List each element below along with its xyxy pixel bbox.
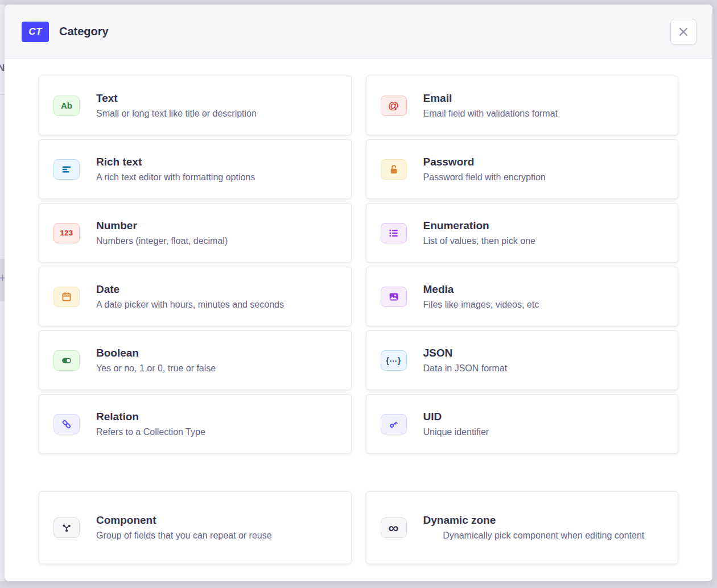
field-card-title: Password (423, 154, 665, 170)
close-button[interactable] (670, 19, 697, 45)
field-card-title: UID (423, 409, 665, 425)
modal-title: Category (59, 25, 109, 38)
field-card-rich-text[interactable]: Rich textA rich text editor with formatt… (39, 139, 352, 199)
field-card-text: ComponentGroup of fields that you can re… (96, 512, 337, 543)
field-card-title: Date (96, 281, 337, 297)
field-card-description: List of values, then pick one (423, 234, 665, 249)
background-page-edge: N + (0, 5, 5, 581)
field-card-text[interactable]: AbTextSmall or long text like title or d… (39, 76, 352, 135)
collection-type-badge: CT (22, 22, 49, 42)
password-icon (381, 159, 407, 180)
advanced-fields-grid: ComponentGroup of fields that you can re… (39, 491, 678, 564)
field-card-description: Dynamically pick component when editing … (443, 528, 644, 543)
field-card-text: BooleanYes or no, 1 or 0, true or false (96, 345, 337, 376)
field-card-text: EmailEmail field with validations format (423, 90, 665, 121)
field-card-uid[interactable]: UIDUnique identifier (366, 394, 679, 454)
modal-header: CT Category (5, 5, 712, 59)
field-card-title: Component (96, 512, 337, 528)
field-card-title: Email (423, 90, 665, 106)
rich-text-icon (53, 159, 80, 180)
field-card-date[interactable]: DateA date picker with hours, minutes an… (39, 267, 352, 326)
field-card-description: Numbers (integer, float, decimal) (96, 234, 337, 249)
email-icon: @ (381, 96, 407, 116)
field-card-title: Boolean (96, 345, 337, 361)
field-card-text: TextSmall or long text like title or des… (96, 90, 337, 121)
field-card-json[interactable]: {⋯}JSONData in JSON format (366, 330, 679, 390)
field-card-title: Dynamic zone (423, 512, 665, 528)
relation-icon (53, 414, 80, 434)
component-icon (53, 517, 80, 538)
field-card-description: Email field with validations format (423, 106, 665, 121)
field-card-text: RelationRefers to a Collection Type (96, 409, 337, 440)
field-card-text: JSONData in JSON format (423, 345, 665, 376)
field-card-text: EnumerationList of values, then pick one (423, 218, 665, 249)
field-card-description: A date picker with hours, minutes and se… (96, 297, 337, 312)
select-field-modal: CT Category AbTextSmall or long text lik… (5, 5, 712, 581)
field-card-description: Data in JSON format (423, 361, 665, 376)
enumeration-icon (381, 223, 407, 243)
text-icon: Ab (53, 96, 80, 116)
field-card-description: A rich text editor with formatting optio… (96, 170, 337, 185)
field-card-media[interactable]: MediaFiles like images, videos, etc (366, 267, 679, 326)
modal-body: AbTextSmall or long text like title or d… (5, 59, 712, 580)
field-card-component[interactable]: ComponentGroup of fields that you can re… (39, 491, 352, 564)
field-card-number[interactable]: 123NumberNumbers (integer, float, decima… (39, 203, 352, 263)
default-fields-grid: AbTextSmall or long text like title or d… (39, 76, 678, 454)
field-card-text: NumberNumbers (integer, float, decimal) (96, 218, 337, 249)
json-icon: {⋯} (381, 350, 407, 371)
background-divider (0, 94, 5, 95)
close-icon (677, 26, 690, 38)
field-card-text: Rich textA rich text editor with formatt… (96, 154, 337, 185)
field-card-description: Refers to a Collection Type (96, 425, 337, 440)
field-card-text: PasswordPassword field with encryption (423, 154, 665, 185)
number-icon: 123 (53, 223, 80, 243)
field-card-title: Enumeration (423, 218, 665, 234)
field-card-title: Number (96, 218, 337, 234)
field-card-title: Rich text (96, 154, 337, 170)
field-card-title: Media (423, 281, 665, 297)
background-letter-fragment: N (0, 63, 5, 74)
field-card-password[interactable]: PasswordPassword field with encryption (366, 139, 679, 199)
field-card-title: JSON (423, 345, 665, 361)
field-card-dynamic-zone[interactable]: ∞Dynamic zoneDynamically pick component … (366, 491, 679, 564)
field-card-title: Text (96, 90, 337, 106)
boolean-icon (53, 350, 80, 371)
field-card-description: Group of fields that you can repeat or r… (96, 528, 337, 543)
field-card-description: Unique identifier (423, 425, 665, 440)
field-card-text: MediaFiles like images, videos, etc (423, 281, 665, 312)
media-icon (381, 287, 407, 307)
background-plus-fragment: + (0, 271, 5, 285)
field-card-text: DateA date picker with hours, minutes an… (96, 281, 337, 312)
date-icon (53, 287, 80, 307)
field-card-text: Dynamic zoneDynamically pick component w… (423, 512, 665, 543)
field-card-description: Password field with encryption (423, 170, 665, 185)
field-card-text: UIDUnique identifier (423, 409, 665, 440)
field-card-enumeration[interactable]: EnumerationList of values, then pick one (366, 203, 679, 263)
uid-icon (381, 414, 407, 434)
field-card-description: Files like images, videos, etc (423, 297, 665, 312)
field-card-description: Small or long text like title or descrip… (96, 106, 337, 121)
field-card-title: Relation (96, 409, 337, 425)
field-card-description: Yes or no, 1 or 0, true or false (96, 361, 337, 376)
field-card-relation[interactable]: RelationRefers to a Collection Type (39, 394, 352, 454)
field-card-boolean[interactable]: BooleanYes or no, 1 or 0, true or false (39, 330, 352, 390)
field-card-email[interactable]: @EmailEmail field with validations forma… (366, 76, 679, 135)
dynamic-zone-icon: ∞ (381, 517, 407, 538)
